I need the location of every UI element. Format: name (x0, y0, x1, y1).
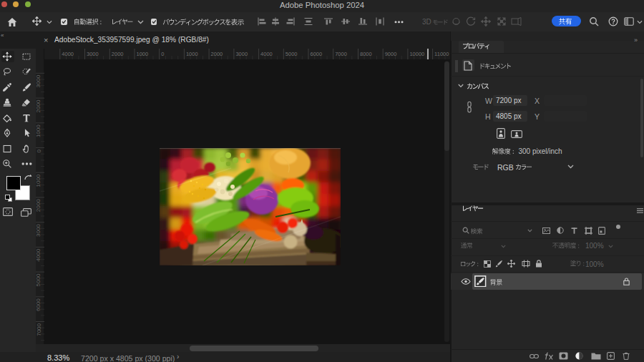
svg-text:8000: 8000 (360, 51, 372, 57)
svg-text:2000: 2000 (211, 51, 223, 57)
svg-text:2000: 2000 (112, 51, 124, 57)
svg-text:6000: 6000 (311, 51, 323, 57)
svg-text:1000: 1000 (186, 51, 198, 57)
svg-text:9000: 9000 (385, 51, 397, 57)
svg-text:10000: 10000 (409, 51, 424, 57)
svg-text:3000: 3000 (235, 51, 248, 57)
svg-text:0: 0 (36, 149, 42, 152)
svg-text:5000: 5000 (286, 51, 298, 57)
svg-text:0: 0 (161, 51, 164, 57)
svg-text:11000: 11000 (434, 51, 449, 57)
svg-text:3000: 3000 (87, 51, 99, 57)
svg-text:4000: 4000 (260, 51, 273, 57)
svg-text:1000: 1000 (137, 51, 149, 57)
svg-text:4000: 4000 (62, 51, 74, 57)
svg-text:7000: 7000 (335, 51, 347, 57)
